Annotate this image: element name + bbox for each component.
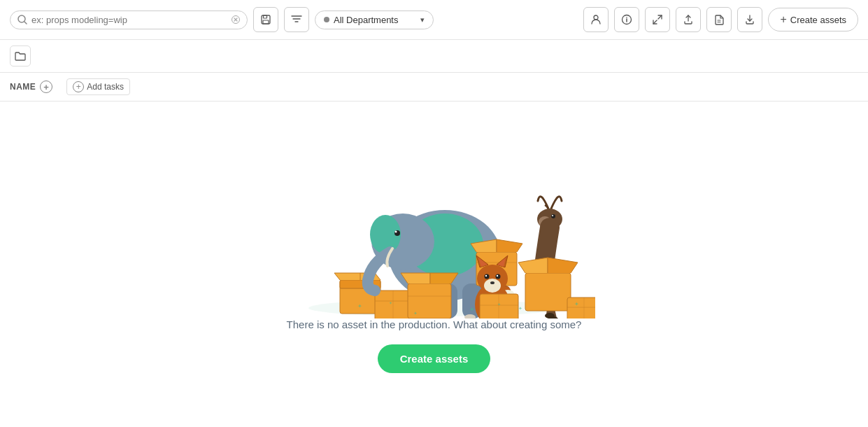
search-icon xyxy=(17,15,27,24)
svg-point-14 xyxy=(627,17,628,18)
create-assets-cta-button[interactable]: Create assets xyxy=(378,344,491,373)
svg-text:✦: ✦ xyxy=(357,303,362,309)
plus-circle-icon: + xyxy=(73,81,84,92)
download-button[interactable] xyxy=(737,7,762,32)
file-icon xyxy=(713,14,725,25)
download-icon xyxy=(744,14,755,25)
upload-button[interactable] xyxy=(676,7,701,32)
svg-text:✦: ✦ xyxy=(497,302,501,307)
svg-text:✦: ✦ xyxy=(518,306,522,311)
create-assets-cta-label: Create assets xyxy=(400,353,469,365)
svg-point-56 xyxy=(495,274,500,279)
add-name-column-button[interactable]: + xyxy=(40,80,52,93)
svg-point-57 xyxy=(485,275,486,276)
add-tasks-label: Add tasks xyxy=(87,82,124,92)
svg-rect-75 xyxy=(567,298,595,318)
empty-illustration: ✦ ✦ ✦ ✦ ✦ ✦ ✦ xyxy=(273,115,595,318)
svg-point-55 xyxy=(484,274,489,279)
create-assets-label: Create assets xyxy=(790,15,846,25)
filter-button[interactable] xyxy=(284,7,309,32)
svg-point-33 xyxy=(394,231,397,233)
svg-text:✦: ✦ xyxy=(413,311,418,316)
svg-point-67 xyxy=(551,214,555,218)
search-box xyxy=(10,10,248,29)
svg-point-59 xyxy=(490,281,495,284)
svg-text:✦: ✦ xyxy=(389,301,392,305)
toolbar: All Departments ▾ xyxy=(0,0,868,40)
second-row xyxy=(0,40,868,73)
folder-button[interactable] xyxy=(10,46,31,66)
person-icon xyxy=(590,14,602,25)
name-column-label: NAME xyxy=(10,82,36,92)
file-button[interactable] xyxy=(706,7,732,32)
svg-line-16 xyxy=(653,20,657,24)
expand-button[interactable] xyxy=(645,7,670,32)
create-assets-button[interactable]: + Create assets xyxy=(768,8,858,31)
dept-label: All Departments xyxy=(334,15,416,25)
svg-line-15 xyxy=(658,15,662,19)
expand-icon xyxy=(652,14,663,25)
save-search-icon xyxy=(260,14,271,25)
svg-point-58 xyxy=(496,275,497,276)
svg-text:✦: ✦ xyxy=(574,301,579,307)
person-button[interactable] xyxy=(583,7,609,32)
dept-status-dot xyxy=(324,17,329,22)
svg-text:✦: ✦ xyxy=(469,306,475,313)
clear-icon[interactable] xyxy=(232,15,240,24)
info-button[interactable] xyxy=(614,7,639,32)
info-icon xyxy=(621,14,632,25)
plus-icon: + xyxy=(780,13,786,26)
svg-rect-74 xyxy=(525,273,571,311)
svg-point-68 xyxy=(552,215,553,216)
folder-icon xyxy=(15,51,26,61)
empty-message: There is no asset in the production. Wha… xyxy=(287,318,582,330)
svg-rect-7 xyxy=(263,20,269,24)
svg-line-1 xyxy=(24,22,27,24)
save-search-button[interactable] xyxy=(253,7,278,32)
search-input[interactable] xyxy=(31,15,227,25)
svg-point-54 xyxy=(484,279,501,293)
empty-state: ✦ ✦ ✦ ✦ ✦ ✦ ✦ There is no asset in the p… xyxy=(0,102,868,401)
name-column-header: NAME + xyxy=(10,80,52,93)
svg-point-11 xyxy=(594,15,598,20)
table-header: NAME + + Add tasks xyxy=(0,73,868,102)
department-dropdown[interactable]: All Departments ▾ xyxy=(315,10,434,29)
upload-icon xyxy=(683,14,694,25)
filter-icon xyxy=(291,15,302,24)
add-tasks-button[interactable]: + Add tasks xyxy=(66,78,130,95)
chevron-down-icon: ▾ xyxy=(420,15,425,24)
